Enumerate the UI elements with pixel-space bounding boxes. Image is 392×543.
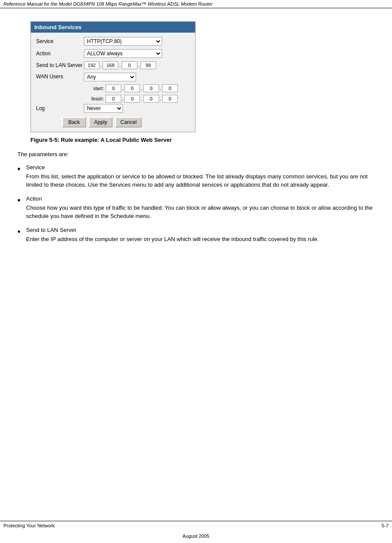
wan-users-select[interactable]: Any: [84, 73, 136, 81]
start-label: start:: [84, 86, 106, 91]
figure-caption: Figure 5-5: Rule example: A Local Public…: [30, 137, 375, 143]
footer-center: August 2005: [0, 533, 392, 539]
ip-dot-2: .: [119, 62, 120, 68]
bullet-dot-2: •: [17, 195, 26, 221]
lan-ip-2[interactable]: [103, 61, 118, 69]
body-intro: The parameters are:: [17, 150, 375, 159]
send-lan-row: Send to LAN Server . . .: [36, 61, 190, 69]
send-lan-label: Send to LAN Server: [36, 62, 84, 68]
service-row: Service HTTP(TCP:80): [36, 37, 190, 46]
finish-ip-3[interactable]: [143, 95, 159, 103]
bullet-list: • Service From this list, select the app…: [17, 164, 375, 244]
bullet-body-1: From this list, select the application o…: [26, 173, 368, 188]
lan-ip-1[interactable]: [84, 61, 100, 69]
bullet-dot-1: •: [17, 164, 26, 189]
wan-users-label: WAN Users: [36, 73, 84, 80]
dialog-body: Service HTTP(TCP:80) Action ALLOW always: [31, 33, 195, 132]
figure-caption-text: Figure 5-5: Rule example: A Local Public…: [30, 137, 172, 143]
bullet-dot-3: •: [17, 227, 26, 244]
action-control-wrap: ALLOW always: [84, 49, 190, 58]
log-select[interactable]: Never: [84, 104, 123, 113]
bullet-title-1: Service: [26, 164, 375, 171]
lan-ip-4[interactable]: [140, 61, 156, 69]
wan-finish-row: finish: . . .: [84, 95, 178, 103]
list-item: • Service From this list, select the app…: [17, 164, 375, 189]
list-item: • Action Choose how you want this type o…: [17, 195, 375, 221]
cancel-button[interactable]: Cancel: [115, 117, 142, 127]
start-ip-2[interactable]: [124, 84, 140, 92]
start-ip-4[interactable]: [162, 84, 178, 92]
finish-dot-1: .: [122, 96, 123, 102]
dialog-title: Inbound Services: [31, 22, 195, 33]
finish-ip-1[interactable]: [106, 95, 121, 103]
bullet-body-2: Choose how you want this type of traffic…: [26, 204, 373, 220]
start-dot-2: .: [141, 85, 142, 91]
service-label: Service: [36, 38, 84, 44]
wan-users-block: WAN Users Any start: . .: [36, 73, 190, 104]
wan-start-row: start: . . .: [84, 84, 178, 92]
start-dot-1: .: [122, 85, 123, 91]
ip-dot-1: .: [100, 62, 102, 68]
start-dot-3: .: [160, 85, 161, 91]
start-ip-3[interactable]: [143, 84, 159, 92]
start-ip-1[interactable]: [106, 84, 121, 92]
action-select[interactable]: ALLOW always: [84, 49, 162, 58]
bullet-content-1: Service From this list, select the appli…: [26, 164, 375, 189]
bullet-title-2: Action: [26, 195, 375, 202]
page-header: Reference Manual for the Model DG834PN 1…: [0, 0, 392, 8]
finish-label: finish:: [84, 96, 106, 101]
bullet-content-2: Action Choose how you want this type of …: [26, 195, 375, 221]
footer-left: Protecting Your Network: [3, 523, 55, 528]
footer-right: 5-7: [382, 523, 389, 528]
log-row: Log Never: [36, 104, 190, 113]
dialog-buttons: Back Apply Cancel: [36, 117, 190, 127]
finish-ip-2[interactable]: [124, 95, 140, 103]
list-item: • Send to LAN Server Enter the IP addres…: [17, 227, 375, 244]
log-label: Log: [36, 105, 84, 111]
bullet-content-3: Send to LAN Server Enter the IP address …: [26, 227, 375, 244]
apply-button[interactable]: Apply: [89, 117, 113, 127]
finish-dot-3: .: [160, 96, 161, 102]
bullet-body-3: Enter the IP address of the computer or …: [26, 236, 319, 242]
page-footer: Protecting Your Network 5-7: [0, 521, 392, 530]
bullet-title-3: Send to LAN Server: [26, 227, 375, 233]
action-row: Action ALLOW always: [36, 49, 190, 58]
wan-right: Any start: . . .: [84, 73, 178, 104]
action-label: Action: [36, 50, 84, 57]
lan-ip-3[interactable]: [122, 61, 137, 69]
finish-ip-4[interactable]: [162, 95, 178, 103]
lan-ip-fields: . . .: [84, 61, 156, 69]
finish-dot-2: .: [141, 96, 142, 102]
inbound-services-dialog: Inbound Services Service HTTP(TCP:80) Ac…: [30, 21, 196, 132]
service-control-wrap: HTTP(TCP:80): [84, 37, 190, 46]
back-button[interactable]: Back: [62, 117, 86, 127]
service-select[interactable]: HTTP(TCP:80): [84, 37, 162, 46]
ip-dot-3: .: [138, 62, 140, 68]
header-title: Reference Manual for the Model DG834PN 1…: [3, 1, 213, 7]
